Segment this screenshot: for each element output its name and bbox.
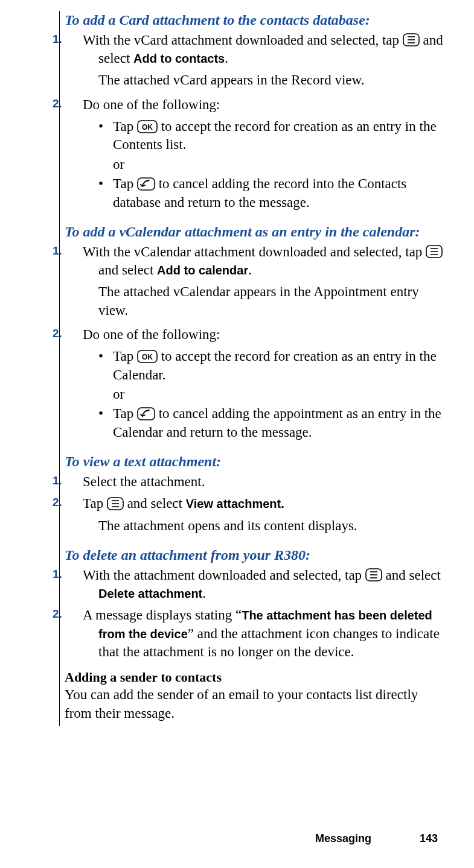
bullet-item: •Tap to accept the record for creation a… (113, 347, 446, 384)
step-number: 1. (68, 566, 83, 581)
bullet-icon: • (98, 347, 113, 366)
ui-label: Add to contacts (133, 52, 225, 65)
step-result: The attached vCard appears in the Record… (98, 71, 446, 89)
bullet-separator: or (113, 385, 446, 404)
numbered-step: 2.Do one of the following: (98, 326, 446, 344)
footer-page-number: 143 (420, 832, 438, 844)
task-title: To delete an attachment from your R380: (65, 546, 446, 565)
sub-heading: Adding a sender to contacts (65, 668, 446, 686)
numbered-step: 1.With the vCard attachment downloaded a… (98, 31, 446, 68)
ok-icon (137, 350, 158, 363)
step-result: The attachment opens and its content dis… (98, 517, 446, 535)
step-number: 2. (68, 495, 83, 510)
footer-section-label: Messaging (315, 832, 371, 844)
ui-label: View attachment. (186, 497, 284, 510)
menu-icon (365, 568, 382, 581)
bullet-item: •Tap to cancel adding the record into th… (113, 175, 446, 212)
step-number: 2. (68, 606, 83, 621)
step-number: 2. (68, 96, 83, 111)
ui-label: Delete attachment (98, 587, 202, 600)
body-paragraph: You can add the sender of an email to yo… (65, 686, 446, 723)
task-title: To view a text attachment: (65, 452, 446, 472)
back-arrow-icon (137, 407, 155, 420)
numbered-step: 2.A message displays stating “The attach… (98, 606, 446, 661)
back-arrow-icon (137, 177, 155, 191)
numbered-step: 2.Do one of the following: (98, 96, 446, 114)
page-footer: Messaging143 (315, 832, 438, 846)
ui-label: Add to calendar (157, 264, 248, 277)
ok-icon (137, 120, 158, 133)
bullet-icon: • (98, 175, 113, 193)
menu-icon (426, 245, 443, 258)
bullet-item: •Tap to cancel adding the appointment as… (113, 405, 446, 442)
numbered-step: 1.With the attachment downloaded and sel… (98, 566, 446, 603)
bullet-item: •Tap to accept the record for creation a… (113, 118, 446, 154)
ui-label: The attachment has been deleted from the… (98, 609, 432, 640)
bullet-icon: • (98, 405, 113, 423)
step-number: 1. (68, 243, 83, 258)
task-title: To add a Card attachment to the contacts… (65, 11, 446, 30)
step-result: The attached vCalendar appears in the Ap… (98, 283, 446, 320)
menu-icon (403, 33, 420, 46)
page-content: To add a Card attachment to the contacts… (59, 11, 446, 726)
bullet-icon: • (98, 118, 113, 136)
step-number: 1. (68, 473, 83, 488)
bullet-separator: or (113, 156, 446, 174)
menu-icon (107, 497, 124, 510)
step-number: 2. (68, 326, 83, 341)
numbered-step: 1.With the vCalendar attachment download… (98, 243, 446, 280)
task-title: To add a vCalendar attachment as an entr… (65, 223, 446, 242)
numbered-step: 1.Select the attachment. (98, 473, 446, 491)
numbered-step: 2.Tap and select View attachment. (98, 495, 446, 513)
step-number: 1. (68, 31, 83, 46)
